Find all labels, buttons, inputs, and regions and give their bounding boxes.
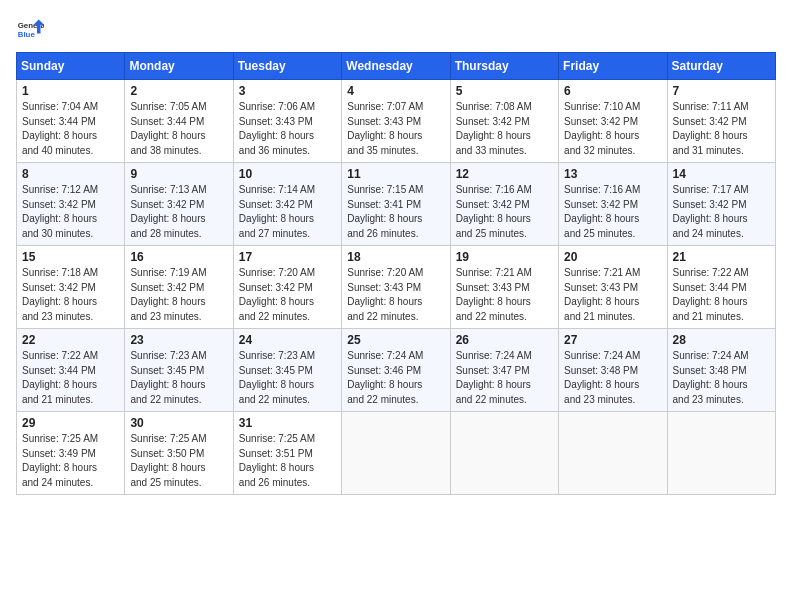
day-detail: Sunrise: 7:05 AM Sunset: 3:44 PM Dayligh… [130,100,227,158]
calendar-week-row: 15Sunrise: 7:18 AM Sunset: 3:42 PM Dayli… [17,246,776,329]
day-detail: Sunrise: 7:15 AM Sunset: 3:41 PM Dayligh… [347,183,444,241]
calendar-header-tuesday: Tuesday [233,53,341,80]
day-number: 10 [239,167,336,181]
calendar-cell [342,412,450,495]
calendar-cell: 24Sunrise: 7:23 AM Sunset: 3:45 PM Dayli… [233,329,341,412]
calendar-table: SundayMondayTuesdayWednesdayThursdayFrid… [16,52,776,495]
calendar-cell: 10Sunrise: 7:14 AM Sunset: 3:42 PM Dayli… [233,163,341,246]
day-number: 12 [456,167,553,181]
calendar-cell: 23Sunrise: 7:23 AM Sunset: 3:45 PM Dayli… [125,329,233,412]
calendar-cell: 21Sunrise: 7:22 AM Sunset: 3:44 PM Dayli… [667,246,775,329]
day-number: 27 [564,333,661,347]
calendar-cell: 2Sunrise: 7:05 AM Sunset: 3:44 PM Daylig… [125,80,233,163]
calendar-week-row: 22Sunrise: 7:22 AM Sunset: 3:44 PM Dayli… [17,329,776,412]
calendar-cell: 6Sunrise: 7:10 AM Sunset: 3:42 PM Daylig… [559,80,667,163]
day-number: 26 [456,333,553,347]
day-detail: Sunrise: 7:25 AM Sunset: 3:50 PM Dayligh… [130,432,227,490]
day-number: 30 [130,416,227,430]
svg-text:Blue: Blue [18,30,36,39]
day-number: 2 [130,84,227,98]
calendar-header-sunday: Sunday [17,53,125,80]
day-detail: Sunrise: 7:07 AM Sunset: 3:43 PM Dayligh… [347,100,444,158]
day-detail: Sunrise: 7:22 AM Sunset: 3:44 PM Dayligh… [22,349,119,407]
calendar-header-monday: Monday [125,53,233,80]
calendar-cell: 13Sunrise: 7:16 AM Sunset: 3:42 PM Dayli… [559,163,667,246]
logo: General Blue [16,16,44,44]
calendar-cell [559,412,667,495]
day-number: 5 [456,84,553,98]
day-number: 14 [673,167,770,181]
calendar-cell: 4Sunrise: 7:07 AM Sunset: 3:43 PM Daylig… [342,80,450,163]
calendar-cell: 3Sunrise: 7:06 AM Sunset: 3:43 PM Daylig… [233,80,341,163]
day-detail: Sunrise: 7:11 AM Sunset: 3:42 PM Dayligh… [673,100,770,158]
day-detail: Sunrise: 7:20 AM Sunset: 3:42 PM Dayligh… [239,266,336,324]
day-detail: Sunrise: 7:16 AM Sunset: 3:42 PM Dayligh… [564,183,661,241]
calendar-cell: 31Sunrise: 7:25 AM Sunset: 3:51 PM Dayli… [233,412,341,495]
calendar-cell [450,412,558,495]
logo-icon: General Blue [16,16,44,44]
day-detail: Sunrise: 7:19 AM Sunset: 3:42 PM Dayligh… [130,266,227,324]
day-detail: Sunrise: 7:10 AM Sunset: 3:42 PM Dayligh… [564,100,661,158]
day-detail: Sunrise: 7:08 AM Sunset: 3:42 PM Dayligh… [456,100,553,158]
day-detail: Sunrise: 7:25 AM Sunset: 3:51 PM Dayligh… [239,432,336,490]
day-detail: Sunrise: 7:24 AM Sunset: 3:47 PM Dayligh… [456,349,553,407]
day-detail: Sunrise: 7:24 AM Sunset: 3:48 PM Dayligh… [564,349,661,407]
day-detail: Sunrise: 7:24 AM Sunset: 3:48 PM Dayligh… [673,349,770,407]
day-number: 24 [239,333,336,347]
day-detail: Sunrise: 7:18 AM Sunset: 3:42 PM Dayligh… [22,266,119,324]
calendar-cell: 27Sunrise: 7:24 AM Sunset: 3:48 PM Dayli… [559,329,667,412]
calendar-cell: 11Sunrise: 7:15 AM Sunset: 3:41 PM Dayli… [342,163,450,246]
day-number: 9 [130,167,227,181]
day-number: 21 [673,250,770,264]
calendar-cell: 14Sunrise: 7:17 AM Sunset: 3:42 PM Dayli… [667,163,775,246]
day-detail: Sunrise: 7:04 AM Sunset: 3:44 PM Dayligh… [22,100,119,158]
day-detail: Sunrise: 7:24 AM Sunset: 3:46 PM Dayligh… [347,349,444,407]
calendar-header-wednesday: Wednesday [342,53,450,80]
calendar-week-row: 1Sunrise: 7:04 AM Sunset: 3:44 PM Daylig… [17,80,776,163]
day-detail: Sunrise: 7:16 AM Sunset: 3:42 PM Dayligh… [456,183,553,241]
calendar-cell: 30Sunrise: 7:25 AM Sunset: 3:50 PM Dayli… [125,412,233,495]
day-detail: Sunrise: 7:21 AM Sunset: 3:43 PM Dayligh… [456,266,553,324]
day-detail: Sunrise: 7:12 AM Sunset: 3:42 PM Dayligh… [22,183,119,241]
day-number: 18 [347,250,444,264]
calendar-cell: 18Sunrise: 7:20 AM Sunset: 3:43 PM Dayli… [342,246,450,329]
day-detail: Sunrise: 7:25 AM Sunset: 3:49 PM Dayligh… [22,432,119,490]
calendar-cell: 17Sunrise: 7:20 AM Sunset: 3:42 PM Dayli… [233,246,341,329]
calendar-cell: 29Sunrise: 7:25 AM Sunset: 3:49 PM Dayli… [17,412,125,495]
day-number: 4 [347,84,444,98]
day-number: 7 [673,84,770,98]
day-number: 3 [239,84,336,98]
calendar-cell: 20Sunrise: 7:21 AM Sunset: 3:43 PM Dayli… [559,246,667,329]
day-detail: Sunrise: 7:20 AM Sunset: 3:43 PM Dayligh… [347,266,444,324]
calendar-cell: 7Sunrise: 7:11 AM Sunset: 3:42 PM Daylig… [667,80,775,163]
day-number: 20 [564,250,661,264]
day-number: 23 [130,333,227,347]
calendar-cell: 5Sunrise: 7:08 AM Sunset: 3:42 PM Daylig… [450,80,558,163]
calendar-cell: 1Sunrise: 7:04 AM Sunset: 3:44 PM Daylig… [17,80,125,163]
day-detail: Sunrise: 7:14 AM Sunset: 3:42 PM Dayligh… [239,183,336,241]
day-number: 1 [22,84,119,98]
day-detail: Sunrise: 7:17 AM Sunset: 3:42 PM Dayligh… [673,183,770,241]
calendar-cell: 22Sunrise: 7:22 AM Sunset: 3:44 PM Dayli… [17,329,125,412]
day-detail: Sunrise: 7:06 AM Sunset: 3:43 PM Dayligh… [239,100,336,158]
calendar-header-friday: Friday [559,53,667,80]
day-number: 28 [673,333,770,347]
calendar-cell: 26Sunrise: 7:24 AM Sunset: 3:47 PM Dayli… [450,329,558,412]
day-number: 13 [564,167,661,181]
day-number: 31 [239,416,336,430]
day-number: 15 [22,250,119,264]
day-number: 29 [22,416,119,430]
calendar-header-thursday: Thursday [450,53,558,80]
day-number: 6 [564,84,661,98]
day-number: 11 [347,167,444,181]
day-number: 8 [22,167,119,181]
day-number: 19 [456,250,553,264]
day-number: 17 [239,250,336,264]
calendar-cell: 8Sunrise: 7:12 AM Sunset: 3:42 PM Daylig… [17,163,125,246]
calendar-cell: 9Sunrise: 7:13 AM Sunset: 3:42 PM Daylig… [125,163,233,246]
calendar-week-row: 29Sunrise: 7:25 AM Sunset: 3:49 PM Dayli… [17,412,776,495]
day-number: 22 [22,333,119,347]
calendar-header-saturday: Saturday [667,53,775,80]
day-detail: Sunrise: 7:23 AM Sunset: 3:45 PM Dayligh… [130,349,227,407]
calendar-cell [667,412,775,495]
